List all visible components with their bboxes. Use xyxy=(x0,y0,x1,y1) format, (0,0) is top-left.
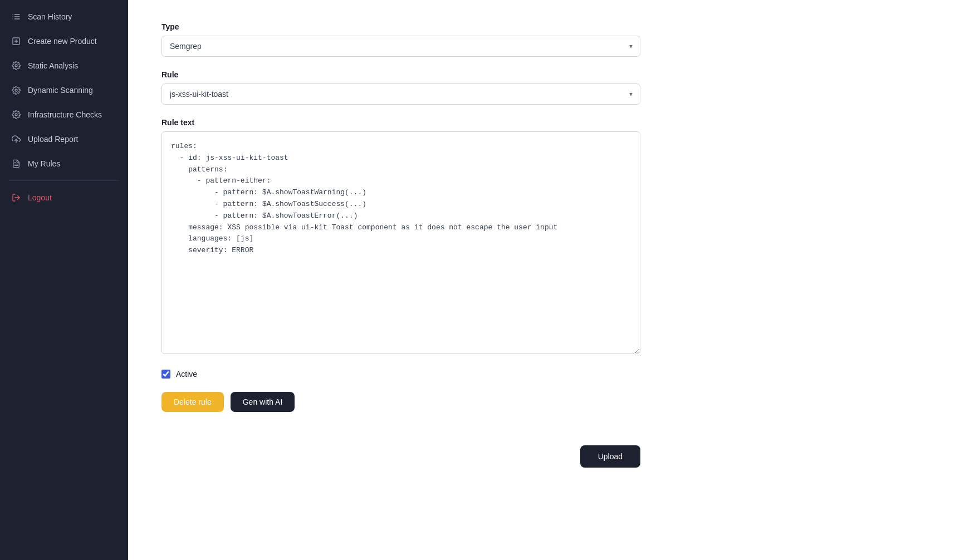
delete-rule-button[interactable]: Delete rule xyxy=(161,392,224,412)
gen-ai-button[interactable]: Gen with AI xyxy=(231,392,295,412)
list-icon xyxy=(11,12,21,21)
sidebar-item-create-product[interactable]: Create new Product xyxy=(0,29,128,53)
rule-text-field-group: Rule text xyxy=(161,118,640,356)
type-label: Type xyxy=(161,22,640,31)
sidebar-item-upload-report[interactable]: Upload Report xyxy=(0,127,128,151)
sidebar-item-my-rules-label: My Rules xyxy=(28,159,60,168)
rule-form: Type SemgrepBanditESLintTrivy ▾ Rule js-… xyxy=(161,22,640,468)
sidebar-item-create-product-label: Create new Product xyxy=(28,37,97,46)
sidebar-item-static-analysis[interactable]: Static Analysis xyxy=(0,53,128,78)
rule-text-textarea[interactable] xyxy=(161,131,640,354)
rule-label: Rule xyxy=(161,70,640,79)
rule-select-wrapper: js-xss-ui-kit-toast ▾ xyxy=(161,83,640,105)
type-select-wrapper: SemgrepBanditESLintTrivy ▾ xyxy=(161,36,640,57)
sidebar-item-dynamic-scanning-label: Dynamic Scanning xyxy=(28,86,93,95)
sidebar-divider xyxy=(9,180,119,181)
sidebar-item-upload-report-label: Upload Report xyxy=(28,135,78,144)
svg-point-9 xyxy=(15,65,17,67)
sidebar-nav: Scan History Create new Product Static A… xyxy=(0,0,128,560)
type-select[interactable]: SemgrepBanditESLintTrivy xyxy=(161,36,640,57)
logout-icon xyxy=(11,193,21,202)
type-field-group: Type SemgrepBanditESLintTrivy ▾ xyxy=(161,22,640,57)
gear-static-icon xyxy=(11,61,21,70)
sidebar-item-my-rules[interactable]: My Rules xyxy=(0,151,128,176)
sidebar: Scan History Create new Product Static A… xyxy=(0,0,128,560)
rule-select[interactable]: js-xss-ui-kit-toast xyxy=(161,83,640,105)
gear-dynamic-icon xyxy=(11,86,21,95)
upload-button[interactable]: Upload xyxy=(580,445,640,468)
action-buttons-row: Delete rule Gen with AI xyxy=(161,392,640,412)
rule-field-group: Rule js-xss-ui-kit-toast ▾ xyxy=(161,70,640,105)
plus-square-icon xyxy=(11,37,21,46)
sidebar-item-infrastructure-checks[interactable]: Infrastructure Checks xyxy=(0,102,128,127)
svg-point-11 xyxy=(15,114,17,116)
main-content: Type SemgrepBanditESLintTrivy ▾ Rule js-… xyxy=(128,0,955,560)
active-row: Active xyxy=(161,370,640,379)
svg-point-10 xyxy=(15,89,17,91)
doc-icon xyxy=(11,159,21,168)
sidebar-item-static-analysis-label: Static Analysis xyxy=(28,61,78,70)
rule-text-label: Rule text xyxy=(161,118,640,127)
sidebar-item-scan-history[interactable]: Scan History xyxy=(0,4,128,29)
upload-icon xyxy=(11,135,21,144)
sidebar-item-logout[interactable]: Logout xyxy=(0,185,128,210)
active-checkbox[interactable] xyxy=(161,370,170,379)
upload-row: Upload xyxy=(161,445,640,468)
sidebar-item-dynamic-scanning[interactable]: Dynamic Scanning xyxy=(0,78,128,102)
sidebar-item-scan-history-label: Scan History xyxy=(28,12,72,21)
sidebar-item-logout-label: Logout xyxy=(28,193,52,202)
active-label: Active xyxy=(176,370,197,379)
sidebar-item-infrastructure-checks-label: Infrastructure Checks xyxy=(28,110,102,119)
gear-infra-icon xyxy=(11,110,21,119)
